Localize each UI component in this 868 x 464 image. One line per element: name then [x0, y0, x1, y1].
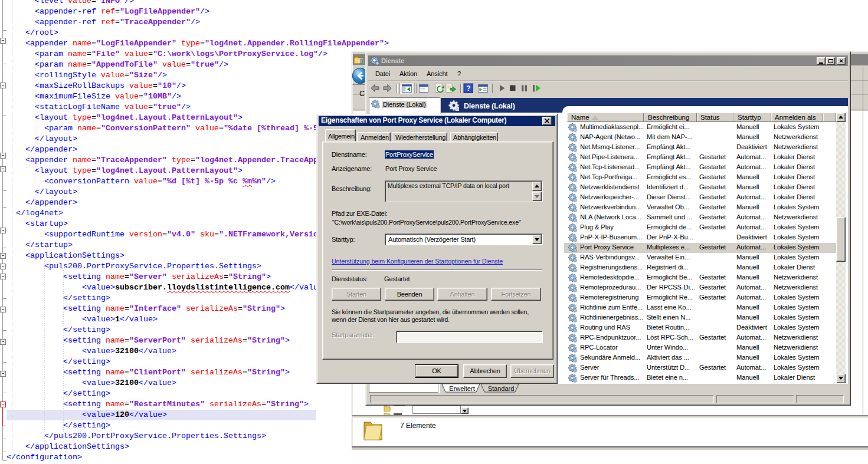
- svg-text:Erweitert: Erweitert: [449, 385, 474, 392]
- svg-text:?: ?: [466, 84, 471, 93]
- svg-text:Standard: Standard: [488, 385, 515, 392]
